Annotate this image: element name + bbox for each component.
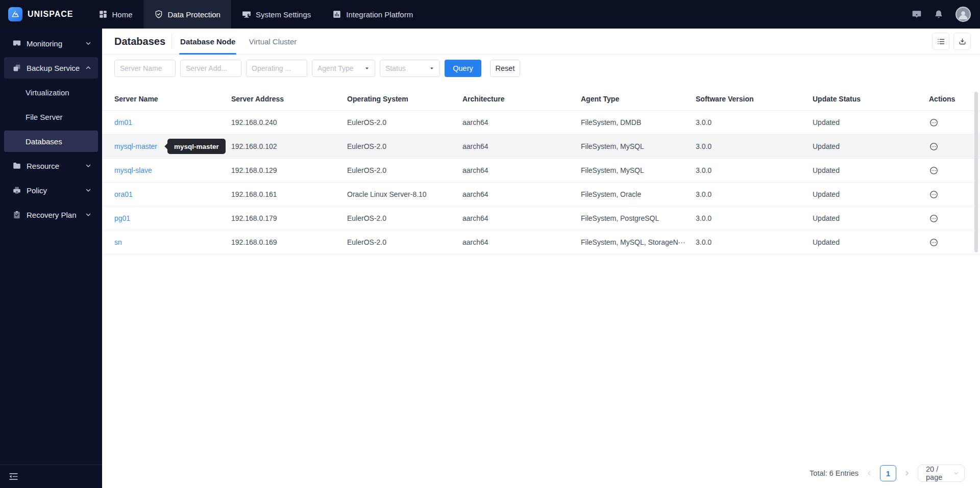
server-name-link[interactable]: dm01: [114, 118, 132, 126]
server-name-link[interactable]: mysql-slave: [114, 166, 152, 174]
page-number-button[interactable]: 1: [880, 465, 896, 481]
architecture-cell: aarch64: [462, 118, 581, 126]
server-address-cell: 192.168.0.161: [231, 190, 347, 198]
ellipsis-circle-icon[interactable]: [929, 238, 939, 247]
server-name-link[interactable]: pg01: [114, 214, 130, 222]
server-address-input[interactable]: [180, 60, 241, 77]
folder-icon: [12, 161, 21, 170]
topnav-item-integration-platform[interactable]: Integration Platform: [322, 0, 424, 29]
page-size-value: 20 / page: [926, 465, 953, 481]
update-status-cell: Updated: [813, 238, 929, 246]
operating-system-input[interactable]: [246, 60, 307, 77]
sidebar-nav: Monitoring Backup Service Virtualization…: [0, 29, 102, 225]
bell-icon[interactable]: [934, 9, 944, 19]
ellipsis-circle-icon[interactable]: [929, 166, 939, 175]
ellipsis-circle-icon[interactable]: [929, 190, 939, 199]
table-row: sn 192.168.0.169 EulerOS-2.0 aarch64 Fil…: [102, 230, 980, 254]
server-name-link[interactable]: sn: [114, 238, 122, 246]
update-status-cell: Updated: [813, 166, 929, 174]
server-address-cell: 192.168.0.169: [231, 238, 347, 246]
sidebar-item-policy[interactable]: Policy: [4, 179, 98, 201]
col-architecture: Architecture: [462, 95, 581, 103]
server-name-link[interactable]: mysql-master: [114, 142, 157, 150]
sidebar-item-label: Monitoring: [27, 39, 62, 48]
sidebar-item-virtualization[interactable]: Virtualization: [4, 82, 98, 103]
sidebar-item-monitoring[interactable]: Monitoring: [4, 33, 98, 54]
sidebar-item-file-server[interactable]: File Server: [4, 106, 98, 127]
sidebar-item-backup-service[interactable]: Backup Service: [4, 57, 98, 79]
chart-box-icon: [332, 10, 341, 19]
topbar-right: [912, 7, 980, 22]
tab-database-node[interactable]: Database Node: [179, 29, 236, 54]
content-header: Databases Database Node Virtual Cluster: [102, 29, 980, 55]
architecture-cell: aarch64: [462, 214, 581, 222]
table-row: ora01 192.168.0.161 Oracle Linux Server-…: [102, 183, 980, 207]
server-address-cell: 192.168.0.129: [231, 166, 347, 174]
download-button[interactable]: [953, 33, 971, 50]
unispace-logo-icon: [8, 7, 22, 21]
agent-type-cell: FileSystem, Oracle: [581, 190, 696, 198]
ellipsis-circle-icon[interactable]: [929, 214, 939, 223]
software-version-cell: 3.0.0: [696, 118, 813, 126]
topnav-label: Integration Platform: [346, 10, 413, 19]
page-size-select[interactable]: 20 / page: [918, 465, 965, 482]
list-view-button[interactable]: [932, 33, 949, 50]
collapse-sidebar-icon[interactable]: [8, 471, 19, 482]
server-name-link[interactable]: ora01: [114, 190, 133, 198]
home-icon: [99, 10, 108, 19]
page-title: Databases: [114, 36, 165, 47]
server-address-cell: 192.168.0.179: [231, 214, 347, 222]
sidebar-footer: [0, 465, 102, 488]
sidebar-item-label: Virtualization: [26, 88, 69, 97]
os-cell: EulerOS-2.0: [347, 214, 462, 222]
topnav-item-home[interactable]: Home: [88, 0, 143, 29]
topnav-label: Data Protection: [168, 10, 220, 19]
sidebar-item-recovery-plan[interactable]: Recovery Plan: [4, 204, 98, 225]
software-version-cell: 3.0.0: [696, 214, 813, 222]
sidebar-item-label: Recovery Plan: [27, 211, 77, 219]
col-software-version: Software Version: [696, 95, 813, 103]
col-update-status: Update Status: [813, 95, 929, 103]
pagination-total: Total: 6 Entries: [810, 469, 859, 477]
table-row: dm01 192.168.0.240 EulerOS-2.0 aarch64 F…: [102, 111, 980, 135]
policy-icon: [12, 186, 21, 195]
agent-type-cell: FileSystem, MySQL: [581, 142, 696, 150]
topnav-item-data-protection[interactable]: Data Protection: [143, 0, 231, 29]
scrollbar[interactable]: [974, 92, 978, 252]
tooltip-text: mysql-master: [174, 143, 219, 150]
next-page-button[interactable]: [903, 469, 911, 477]
server-name-input[interactable]: [114, 60, 176, 77]
sidebar-item-label: Backup Service: [27, 64, 80, 72]
header-actions: [932, 33, 971, 50]
topnav-label: Home: [112, 10, 133, 19]
status-placeholder: Status: [385, 64, 406, 72]
ellipsis-circle-icon[interactable]: [929, 118, 939, 127]
status-select[interactable]: Status: [380, 60, 440, 77]
table-row: mysql-master 192.168.0.102 EulerOS-2.0 a…: [102, 135, 980, 159]
sidebar-item-databases[interactable]: Databases: [4, 131, 98, 152]
update-status-cell: Updated: [813, 190, 929, 198]
topnav-item-system-settings[interactable]: System Settings: [231, 0, 322, 29]
clipboard-check-icon: [12, 210, 21, 219]
chevron-up-icon: [85, 64, 92, 71]
message-icon[interactable]: [912, 9, 922, 19]
software-version-cell: 3.0.0: [696, 142, 813, 150]
query-button[interactable]: Query: [445, 60, 481, 77]
os-cell: EulerOS-2.0: [347, 238, 462, 246]
reset-button[interactable]: Reset: [490, 60, 520, 77]
update-status-cell: Updated: [813, 142, 929, 150]
agent-type-select[interactable]: Agent Type: [312, 60, 375, 77]
sidebar: Monitoring Backup Service Virtualization…: [0, 29, 102, 488]
update-status-cell: Updated: [813, 214, 929, 222]
filter-bar: Agent Type Status Query Reset: [102, 55, 980, 88]
ellipsis-circle-icon[interactable]: [929, 142, 939, 151]
col-agent-type: Agent Type: [581, 95, 696, 103]
monitoring-icon: [12, 39, 21, 48]
previous-page-button[interactable]: [865, 469, 873, 477]
table-row: pg01 192.168.0.179 EulerOS-2.0 aarch64 F…: [102, 207, 980, 230]
chevron-down-icon: [85, 211, 92, 218]
user-avatar[interactable]: [955, 7, 971, 22]
tab-virtual-cluster[interactable]: Virtual Cluster: [248, 29, 298, 54]
sidebar-item-resource[interactable]: Resource: [4, 155, 98, 176]
col-operating-system: Operating System: [347, 95, 462, 103]
